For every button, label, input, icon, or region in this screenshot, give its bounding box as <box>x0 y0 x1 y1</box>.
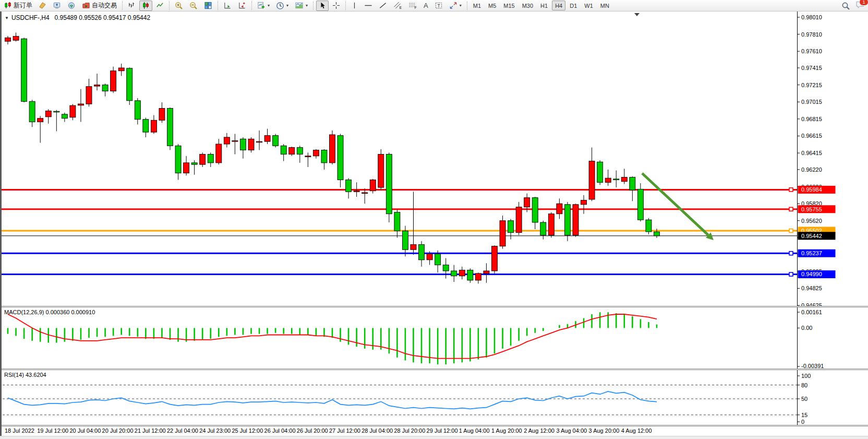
time-axis-label: 18 Jul 2022 <box>5 428 34 434</box>
horizontal-line-icon <box>364 2 372 9</box>
market-watch-button[interactable] <box>36 1 49 11</box>
main-price-pane: 0.980100.978100.976100.974150.972150.970… <box>2 11 868 306</box>
vertical-line-tool-button[interactable] <box>348 1 360 11</box>
toolbar-separator <box>122 2 123 10</box>
signals-button[interactable] <box>65 1 78 11</box>
text-tool-icon: A <box>424 2 428 9</box>
equidistant-channel-icon: E <box>393 2 402 9</box>
auto-scroll-icon <box>223 2 232 9</box>
clock-icon <box>276 2 284 10</box>
line-chart-icon <box>156 2 164 9</box>
timeframe-button-h1[interactable]: H1 <box>537 1 551 10</box>
svg-text:0.95620: 0.95620 <box>801 218 822 224</box>
zoom-in-button[interactable] <box>172 1 186 11</box>
toolbar-right: 1 <box>841 0 865 11</box>
svg-text:0.97215: 0.97215 <box>801 82 822 88</box>
svg-text:100: 100 <box>801 373 811 379</box>
auto-trading-icon <box>82 2 90 9</box>
svg-text:0.95755: 0.95755 <box>801 206 822 212</box>
accounts-button[interactable] <box>50 1 64 11</box>
indicators-button[interactable]: ▾ <box>255 1 272 11</box>
arrows-tool-button[interactable]: ▾ <box>447 1 464 11</box>
time-axis-label: 29 Jul 12:00 <box>427 428 458 434</box>
toolbar-separator <box>218 2 218 10</box>
toolbar-separator <box>313 2 314 10</box>
text-label-tool-button[interactable]: T <box>432 1 445 11</box>
timeframe-button-d1[interactable]: D1 <box>566 1 580 10</box>
channel-tool-button[interactable]: E <box>391 1 405 11</box>
time-axis-label: 28 Jul 20:00 <box>394 428 425 434</box>
timeframe-button-m1[interactable]: M1 <box>470 1 484 10</box>
svg-text:0.00161: 0.00161 <box>801 309 822 315</box>
new-order-icon <box>4 2 12 9</box>
zoom-out-button[interactable] <box>187 1 200 11</box>
timeframe-button-h4[interactable]: H4 <box>552 1 565 10</box>
template-icon <box>295 2 304 9</box>
svg-text:0.98010: 0.98010 <box>801 14 822 20</box>
line-chart-mode-button[interactable] <box>153 1 166 11</box>
notifications-button[interactable]: 1 <box>855 1 865 11</box>
rsi-canvas[interactable]: 1008050150 <box>2 370 868 425</box>
time-axis-label: 27 Jul 12:00 <box>329 428 360 434</box>
cursor-icon <box>319 2 326 9</box>
time-axis-label: 3 Aug 04:00 <box>556 428 587 434</box>
timeframe-button-m30[interactable]: M30 <box>519 1 536 10</box>
templates-button[interactable]: ▾ <box>292 1 310 11</box>
macd-pane: 0.001610.00-0.00391 MACD(12,26,9) 0.0003… <box>2 307 868 369</box>
chart-dropdown-icon[interactable]: ▼ <box>5 16 9 20</box>
candlestick-mode-button[interactable] <box>139 1 152 11</box>
svg-text:0.94825: 0.94825 <box>801 285 822 291</box>
fibo-glyph: F <box>415 6 417 9</box>
fibonacci-icon: F <box>408 2 417 9</box>
chevron-down-icon: ▾ <box>286 3 288 8</box>
zoom-in-icon <box>175 2 183 10</box>
timeframe-button-m15[interactable]: M15 <box>500 1 517 10</box>
time-axis-label: 19 Jul 12:00 <box>37 428 68 434</box>
timeframe-button-m5[interactable]: M5 <box>485 1 499 10</box>
auto-trading-button[interactable]: 自动交易 <box>79 1 119 11</box>
bar-chart-icon <box>128 2 136 9</box>
macd-canvas[interactable]: 0.001610.00-0.00391 <box>2 307 868 369</box>
bar-chart-mode-button[interactable] <box>125 1 138 11</box>
text-tool-button[interactable]: A <box>421 1 431 11</box>
fibonacci-tool-button[interactable]: F <box>406 1 420 11</box>
svg-text:0.95442: 0.95442 <box>801 233 822 239</box>
window-bottom-edge <box>0 436 868 439</box>
horizontal-line-tool-button[interactable] <box>361 1 375 11</box>
time-axis-label: 28 Jul 04:00 <box>361 428 393 434</box>
search-icon[interactable] <box>841 2 850 10</box>
time-axis-label: 1 Aug 20:00 <box>491 428 522 434</box>
svg-text:0.94625: 0.94625 <box>801 302 822 306</box>
zoom-out-icon <box>189 2 198 10</box>
toolbar: 新订单 自动交易 <box>0 0 868 11</box>
signal-icon <box>67 2 76 9</box>
auto-trading-label: 自动交易 <box>92 1 117 10</box>
cursor-tool-button[interactable] <box>316 1 329 11</box>
time-axis-label: 2 Aug 12:00 <box>524 428 554 434</box>
time-axis[interactable]: 18 Jul 202219 Jul 12:0020 Jul 04:0020 Ju… <box>2 426 868 436</box>
au​to-scroll-button[interactable] <box>221 1 234 11</box>
periods-button[interactable]: ▾ <box>273 1 291 11</box>
chart-shift-button[interactable] <box>235 1 249 11</box>
trendline-tool-button[interactable] <box>376 1 390 11</box>
price-chart-canvas[interactable]: 0.980100.978100.976100.974150.972150.970… <box>2 11 868 306</box>
tile-windows-button[interactable] <box>201 1 215 11</box>
timeframe-button-w1[interactable]: W1 <box>581 1 596 10</box>
time-axis-label: 26 Jul 04:00 <box>264 428 296 434</box>
chevron-down-icon: ▾ <box>460 3 462 8</box>
chart-symbol-period: USDCHF-,H4 <box>11 14 50 21</box>
svg-text:0.95237: 0.95237 <box>801 250 822 256</box>
svg-text:0.97415: 0.97415 <box>801 65 822 71</box>
time-axis-label: 24 Jul 23:00 <box>199 428 231 434</box>
timeframe-button-mn[interactable]: MN <box>597 1 612 10</box>
svg-text:0.00: 0.00 <box>801 325 812 331</box>
notification-badge: 1 <box>859 0 868 6</box>
svg-text:0.94990: 0.94990 <box>801 271 822 277</box>
crosshair-tool-button[interactable] <box>330 1 343 11</box>
timeframe-group: M1M5M15M30H1H4D1W1MN <box>469 1 613 10</box>
svg-text:0.97015: 0.97015 <box>801 99 822 105</box>
toolbar-separator <box>169 2 170 10</box>
new-order-button[interactable]: 新订单 <box>2 1 35 11</box>
toolbar-separator <box>251 2 252 10</box>
chart-ohlc-values: 0.95489 0.95526 0.95417 0.95442 <box>55 14 151 21</box>
